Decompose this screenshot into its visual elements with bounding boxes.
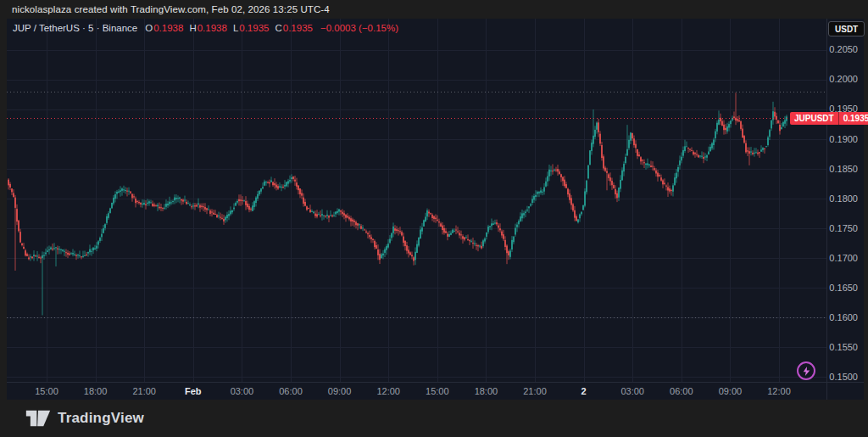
change-value: −0.0003 (−0.15%) <box>320 23 398 33</box>
time-tick-label: 2 <box>581 386 587 396</box>
time-tick-label: 21:00 <box>523 386 547 396</box>
time-tick-label: 09:00 <box>328 386 352 396</box>
price-tick-label: 0.1550 <box>827 342 858 352</box>
lightning-bolt-icon <box>801 366 812 377</box>
time-tick-label: 06:00 <box>279 386 303 396</box>
time-tick-label: 15:00 <box>426 386 449 396</box>
tradingview-snapshot: nickolasplaza created with TradingView.c… <box>0 0 868 437</box>
price-tick-label: 0.2050 <box>827 44 858 54</box>
ohlc-field: O0.1938 <box>145 23 183 33</box>
time-tick-label: 21:00 <box>132 386 156 396</box>
time-tick-label: 03:00 <box>231 386 254 396</box>
chart-container: JUP / TetherUS · 5 · Binance O0.1938H0.1… <box>7 19 864 400</box>
price-tick-label: 0.1650 <box>827 283 858 293</box>
candlestick-chart[interactable] <box>7 19 864 382</box>
price-tick-label: 0.1750 <box>827 223 858 233</box>
price-tick-label: 0.2000 <box>827 74 858 84</box>
time-tick-label: 09:00 <box>719 386 743 396</box>
tradingview-logo-icon <box>25 409 51 428</box>
quick-action-button[interactable] <box>797 361 815 380</box>
footer-bar: TradingView <box>0 400 868 437</box>
time-tick-label: 06:00 <box>670 386 693 396</box>
symbol-title[interactable]: JUP / TetherUS · 5 · Binance <box>13 23 137 33</box>
last-price-symbol: JUPUSDT <box>790 112 838 125</box>
currency-toggle-button[interactable]: USDT <box>828 21 865 36</box>
last-price-label: JUPUSDT 0.1935 <box>790 112 868 125</box>
ohlc-field: H0.1938 <box>189 23 227 33</box>
time-tick-label: 03:00 <box>620 386 644 396</box>
time-tick-label: Feb <box>185 386 202 396</box>
price-tick-label: 0.1600 <box>827 312 858 322</box>
last-price-value: 0.1935 <box>838 112 868 125</box>
ohlc-values: O0.1938H0.1938L0.1935C0.1935 <box>145 23 313 33</box>
ohlc-field: L0.1935 <box>233 23 270 33</box>
time-axis[interactable]: 15:0018:0021:00Feb03:0006:0009:0012:0015… <box>7 383 864 400</box>
price-lines-layer <box>7 92 826 318</box>
price-tick-label: 0.1500 <box>827 372 858 382</box>
chart-legend: JUP / TetherUS · 5 · Binance O0.1938H0.1… <box>13 23 398 33</box>
time-tick-label: 12:00 <box>376 386 400 396</box>
attribution-bar: nickolasplaza created with TradingView.c… <box>0 0 868 19</box>
price-tick-label: 0.1700 <box>827 253 858 263</box>
time-tick-label: 12:00 <box>767 386 791 396</box>
price-tick-label: 0.1850 <box>827 164 858 174</box>
time-tick-label: 18:00 <box>475 386 498 396</box>
tradingview-logo[interactable]: TradingView <box>25 409 144 428</box>
price-tick-label: 0.1900 <box>827 134 858 144</box>
time-tick-label: 18:00 <box>84 386 108 396</box>
candles-layer <box>8 92 787 315</box>
tradingview-wordmark: TradingView <box>58 410 144 427</box>
ohlc-field: C0.1935 <box>275 23 313 33</box>
price-tick-label: 0.1800 <box>827 193 858 204</box>
time-tick-label: 15:00 <box>35 386 58 396</box>
grid-layer <box>7 19 826 382</box>
price-axis[interactable]: 0.20500.20000.19500.19000.18500.18000.17… <box>827 19 864 382</box>
attribution-text: nickolasplaza created with TradingView.c… <box>12 4 330 14</box>
